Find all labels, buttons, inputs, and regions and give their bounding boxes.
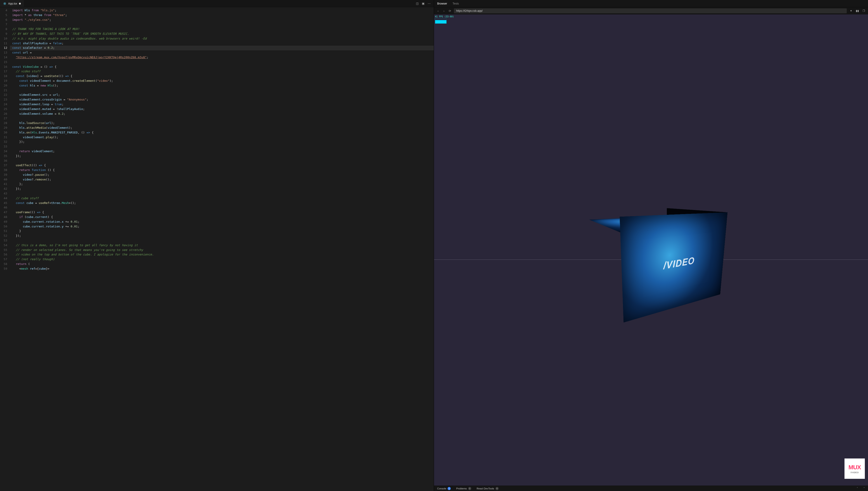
code-line[interactable]: video?.remove(); bbox=[12, 177, 434, 182]
code-line[interactable]: // THANK YOU FOR TAKING A LOOK AT MUX! bbox=[12, 27, 434, 32]
more-icon[interactable]: ⋯ bbox=[428, 2, 431, 5]
code-line[interactable] bbox=[12, 60, 434, 65]
code-line[interactable]: // render on selected planes. So that me… bbox=[12, 248, 434, 253]
nav-back-icon[interactable]: ‹ bbox=[436, 9, 440, 13]
layout-icon[interactable]: ▮▮ bbox=[855, 9, 860, 13]
code-line[interactable]: videoElement.muted = !shallPlayAudio; bbox=[12, 107, 434, 112]
code-line[interactable]: }); bbox=[12, 234, 434, 238]
svg-point-0 bbox=[4, 3, 5, 4]
code-line[interactable]: const [video] = useState(() => { bbox=[12, 74, 434, 79]
preview-canvas[interactable]: 41 FPS (33-60) /VIDEO /VIDEO /VIDEO MUX … bbox=[434, 15, 868, 486]
mux-logo: MUX /VIDEO bbox=[844, 459, 865, 479]
unsaved-dot-icon bbox=[19, 3, 21, 4]
code-line[interactable] bbox=[12, 158, 434, 163]
code-line[interactable]: const url = bbox=[12, 50, 434, 55]
code-line[interactable]: videoElement.play(); bbox=[12, 135, 434, 140]
panel-icon[interactable]: ▣ bbox=[422, 2, 425, 5]
code-line[interactable]: import "./styles.css"; bbox=[12, 18, 434, 22]
code-line[interactable]: videoElement.src = url; bbox=[12, 93, 434, 97]
code-line[interactable] bbox=[12, 88, 434, 93]
code-line[interactable]: const videoElement = document.createElem… bbox=[12, 79, 434, 83]
code-line[interactable]: const VideoCube = () => { bbox=[12, 65, 434, 69]
code-line[interactable] bbox=[12, 144, 434, 149]
editor-tabbar: App.tsx ◫ ▣ ⋯ bbox=[0, 0, 434, 7]
preview-pane: Browser Tests ‹ › ⟳ ✦ ▮▮ ❐ 41 FPS (33-60… bbox=[434, 0, 868, 491]
code-line[interactable]: const shallPlayAudio = false; bbox=[12, 41, 434, 46]
code-line[interactable]: "https://stream.mux.com/VvpofjgvMRxOmcvu… bbox=[12, 55, 434, 60]
logo-brand: MUX bbox=[848, 464, 861, 471]
code-area[interactable]: import Hls from "hls.js";import * as thr… bbox=[10, 7, 434, 491]
code-line[interactable]: // (not really though) bbox=[12, 257, 434, 262]
code-line[interactable]: } bbox=[12, 229, 434, 234]
code-line[interactable]: useFrame(() => { bbox=[12, 210, 434, 215]
tab-filename: App.tsx bbox=[8, 2, 17, 5]
code-line[interactable]: // video on the top and bottom of the cu… bbox=[12, 252, 434, 257]
code-line[interactable]: video?.pause(); bbox=[12, 173, 434, 177]
code-line[interactable]: // cube stuff bbox=[12, 196, 434, 201]
console-count-badge: 1 bbox=[447, 487, 451, 490]
panel-collapse-icon[interactable]: ˅ bbox=[857, 487, 858, 490]
code-line[interactable]: // n.b.: might play double audio in code… bbox=[12, 36, 434, 41]
code-line[interactable]: // this is a demo, so I'm not going to g… bbox=[12, 243, 434, 248]
code-line[interactable]: cube.current.rotation.y += 0.01; bbox=[12, 224, 434, 229]
editor-pane: App.tsx ◫ ▣ ⋯ 45678910111213141516171819… bbox=[0, 0, 434, 491]
problems-tab[interactable]: Problems 0 bbox=[456, 487, 471, 490]
code-line[interactable]: videoElement.volume = 0.2; bbox=[12, 112, 434, 116]
react-devtools-tab[interactable]: React DevTools 0 bbox=[477, 487, 499, 490]
video-cube: /VIDEO /VIDEO /VIDEO bbox=[602, 212, 700, 288]
open-window-icon[interactable]: ❐ bbox=[862, 9, 866, 13]
code-line[interactable]: return function () { bbox=[12, 168, 434, 173]
bottom-panel: Console 1 Problems 0 React DevTools 0 ˅ … bbox=[434, 486, 868, 491]
panel-expand-icon[interactable]: ˄ bbox=[864, 487, 865, 490]
cube-face-front: /VIDEO bbox=[620, 212, 727, 322]
code-line[interactable]: const scaleFactor = 0.2; bbox=[10, 46, 434, 50]
code-line[interactable]: <mesh ref={cube}> bbox=[12, 266, 434, 271]
code-line[interactable] bbox=[12, 22, 434, 27]
code-line[interactable]: hls.loadSource(url); bbox=[12, 121, 434, 125]
nav-forward-icon[interactable]: › bbox=[442, 9, 446, 13]
code-line[interactable]: // BY WAY OF THANKS, SET THIS TO `TRUE` … bbox=[12, 32, 434, 36]
code-line[interactable] bbox=[12, 205, 434, 210]
code-line[interactable]: return ( bbox=[12, 262, 434, 266]
code-line[interactable]: // video stuff bbox=[12, 69, 434, 74]
line-gutter: 4567891011121314151617181920212223242526… bbox=[0, 7, 10, 491]
cursor-tool-icon[interactable]: ✦ bbox=[849, 9, 853, 13]
problems-count-badge: 0 bbox=[468, 487, 471, 490]
code-line[interactable]: }); bbox=[12, 186, 434, 191]
url-input[interactable] bbox=[454, 8, 847, 13]
code-line[interactable]: const cube = useRef<three.Mesh>(); bbox=[12, 201, 434, 205]
code-line[interactable]: hls.on(Hls.Events.MANIFEST_PARSED, () =>… bbox=[12, 130, 434, 135]
code-line[interactable]: }); bbox=[12, 140, 434, 144]
code-line[interactable]: return videoElement; bbox=[12, 149, 434, 154]
code-line[interactable]: useEffect(() => { bbox=[12, 163, 434, 168]
react-file-icon bbox=[3, 2, 6, 5]
code-line[interactable] bbox=[12, 116, 434, 121]
code-line[interactable]: }; bbox=[12, 182, 434, 186]
fps-overlay: 41 FPS (33-60) bbox=[435, 16, 454, 24]
code-line[interactable] bbox=[12, 238, 434, 243]
code-editor[interactable]: 4567891011121314151617181920212223242526… bbox=[0, 7, 434, 491]
code-line[interactable]: videoElement.crossOrigin = "Anonymous"; bbox=[12, 97, 434, 102]
code-line[interactable]: const hls = new Hls(); bbox=[12, 83, 434, 88]
code-line[interactable]: }); bbox=[12, 154, 434, 158]
code-line[interactable]: videoElement.loop = true; bbox=[12, 102, 434, 107]
split-editor-icon[interactable]: ◫ bbox=[416, 2, 418, 5]
preview-tabs: Browser Tests bbox=[434, 0, 868, 7]
code-line[interactable]: if (cube.current) { bbox=[12, 215, 434, 220]
code-line[interactable]: import Hls from "hls.js"; bbox=[12, 8, 434, 13]
file-tab[interactable]: App.tsx bbox=[0, 0, 24, 7]
tab-browser[interactable]: Browser bbox=[437, 2, 447, 5]
fps-text: 41 FPS (33-60) bbox=[435, 16, 454, 18]
reload-icon[interactable]: ⟳ bbox=[448, 9, 452, 13]
console-tab[interactable]: Console 1 bbox=[437, 487, 451, 490]
address-bar: ‹ › ⟳ ✦ ▮▮ ❐ bbox=[434, 7, 868, 15]
devtools-count-badge: 0 bbox=[495, 487, 499, 490]
logo-sub: /VIDEO bbox=[850, 471, 859, 473]
code-line[interactable]: cube.current.rotation.x += 0.01; bbox=[12, 220, 434, 224]
code-line[interactable]: import * as three from "three"; bbox=[12, 13, 434, 18]
code-line[interactable] bbox=[12, 191, 434, 196]
editor-actions: ◫ ▣ ⋯ bbox=[416, 2, 434, 5]
fps-graph bbox=[435, 18, 447, 24]
code-line[interactable]: hls.attachMedia(videoElement); bbox=[12, 125, 434, 130]
tab-tests[interactable]: Tests bbox=[453, 2, 459, 5]
